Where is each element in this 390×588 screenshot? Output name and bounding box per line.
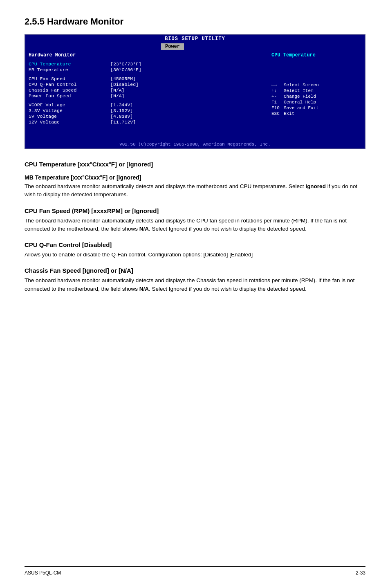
bios-help-section: ←→Select Screen↑↓Select Item+-Change Fie… [271, 83, 361, 116]
bios-row-label: 3.3V Voltage [29, 108, 110, 113]
bios-row-value: [4.838V] [110, 114, 133, 119]
bios-row: Power Fan Speed[N/A] [29, 93, 267, 99]
bios-help-desc: Select Item [284, 88, 314, 93]
bios-help-key: ↑↓ [271, 88, 284, 93]
body-text-3: The onboard hardware monitor automatical… [25, 276, 365, 293]
section-heading-1: CPU Fan Speed (RPM) [xxxxRPM] or [Ignore… [25, 207, 365, 214]
bios-footer: v02.58 (C)Copyright 1985-2008, American … [25, 140, 365, 148]
bios-row-value: [30°C/86°F] [110, 67, 141, 72]
bios-help-desc: General Help [284, 100, 316, 105]
bios-row: CPU Temperature[23°C/73°F] [29, 61, 267, 67]
footer-right: 2-33 [356, 570, 365, 576]
bios-row-spacer [29, 73, 267, 76]
bios-header: BIOS SETUP UTILITY [25, 35, 365, 43]
bios-tab-power[interactable]: Power [161, 43, 184, 50]
bios-row: CPU Q-Fan Control[Disabled] [29, 82, 267, 87]
bios-row-value: [3.152V] [110, 108, 133, 113]
section-heading-3: Chassis Fan Speed [Ignored] or [N/A] [25, 267, 365, 274]
bios-row-label: CPU Q-Fan Control [29, 82, 110, 87]
bios-row-value: [N/A] [110, 88, 125, 93]
bios-row-value: [23°C/73°F] [110, 61, 141, 67]
bios-help-key: F10 [271, 105, 284, 110]
bios-help-row: ESCExit [271, 111, 361, 116]
bios-left-panel: Hardware Monitor CPU Temperature[23°C/73… [29, 52, 267, 137]
bios-row-label: 5V Voltage [29, 114, 110, 119]
bios-right-panel: CPU Temperature ←→Select Screen↑↓Select … [267, 52, 361, 137]
bios-section-title: Hardware Monitor [29, 52, 267, 58]
bios-help-desc: Exit [284, 111, 294, 116]
section-heading-0: CPU Temperature [xxx°C/xxx°F] or [Ignore… [25, 161, 365, 168]
bios-help-key: ESC [271, 111, 284, 116]
page-footer: ASUS P5QL-CM 2-33 [25, 566, 365, 576]
bios-help-row: F10Save and Exit [271, 105, 361, 110]
bios-row: MB Temperature[30°C/86°F] [29, 67, 267, 72]
sub-heading-0: MB Temperature [xxx°C/xxx°F] or [Ignored… [25, 174, 365, 181]
bios-help-row: F1General Help [271, 100, 361, 105]
bios-row-label: Chassis Fan Speed [29, 88, 110, 93]
bios-row-label: CPU Fan Speed [29, 76, 110, 81]
bios-setup-box: BIOS SETUP UTILITY Power Hardware Monito… [25, 34, 365, 149]
body-text-1: The onboard hardware monitor automatical… [25, 217, 365, 233]
bios-help-key: F1 [271, 100, 284, 105]
bios-row-label: Power Fan Speed [29, 93, 110, 99]
bios-row-value: [11.712V] [110, 119, 136, 125]
bios-help-desc: Save and Exit [284, 105, 319, 110]
bios-row: CPU Fan Speed[4500RPM] [29, 76, 267, 81]
bios-row-value: [Disabled] [110, 82, 139, 87]
bios-row: VCORE Voltage[1.344V] [29, 102, 267, 108]
bios-help-key: ←→ [271, 83, 284, 88]
body-text-0: The onboard hardware monitor automatical… [25, 182, 365, 199]
bios-help-row: +-Change Field [271, 94, 361, 99]
bios-right-title: CPU Temperature [271, 52, 361, 58]
bios-row-value: [4500RPM] [110, 76, 136, 81]
body-text-2: Allows you to enable or disable the Q-Fa… [25, 251, 365, 259]
bios-row: Chassis Fan Speed[N/A] [29, 88, 267, 93]
bios-row-label: CPU Temperature [29, 61, 110, 67]
bios-content: Hardware Monitor CPU Temperature[23°C/73… [25, 50, 365, 140]
bios-row-label: MB Temperature [29, 67, 110, 72]
bios-row-label: VCORE Voltage [29, 102, 110, 108]
bios-help-row: ↑↓Select Item [271, 88, 361, 93]
bios-help-row: ←→Select Screen [271, 83, 361, 88]
bios-row: 5V Voltage[4.838V] [29, 114, 267, 119]
bios-help-desc: Select Screen [284, 83, 319, 88]
bios-row-label: 12V Voltage [29, 119, 110, 125]
bios-help-desc: Change Field [284, 94, 316, 99]
section-heading-2: CPU Q-Fan Control [Disabled] [25, 241, 365, 248]
bios-tabs: Power [25, 43, 365, 50]
footer-left: ASUS P5QL-CM [25, 570, 61, 576]
bios-row: 3.3V Voltage[3.152V] [29, 108, 267, 113]
bios-row-value: [1.344V] [110, 102, 133, 108]
content-sections: CPU Temperature [xxx°C/xxx°F] or [Ignore… [25, 161, 365, 293]
bios-help-key: +- [271, 94, 284, 99]
bios-row: 12V Voltage[11.712V] [29, 119, 267, 125]
bios-row-value: [N/A] [110, 93, 125, 99]
page-title: 2.5.5 Hardware Monitor [25, 16, 365, 27]
bios-row-spacer [29, 99, 267, 102]
